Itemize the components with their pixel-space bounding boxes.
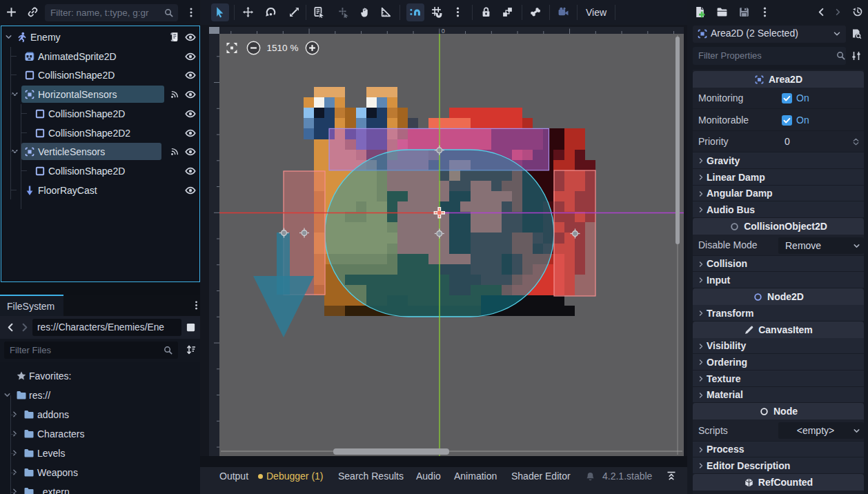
script-icon[interactable] — [169, 32, 179, 42]
expand-bottom-panel-icon[interactable] — [666, 471, 677, 482]
tab-filesystem[interactable]: FileSystem — [0, 295, 63, 316]
scene-node-row-enemy[interactable]: Enemy — [1, 28, 199, 47]
visibility-eye-icon[interactable] — [185, 166, 196, 177]
inspector-node-selector[interactable]: Area2D (2 Selected) — [693, 26, 846, 43]
scene-node-row-horizontalsensors[interactable]: HorizontalSensors — [1, 85, 199, 104]
scene-node-row-collisionshape2d[interactable]: CollisionShape2D — [1, 66, 199, 85]
scene-node-row-collisionshape2d[interactable]: CollisionShape2D — [1, 104, 199, 124]
folder-open-icon[interactable] — [716, 6, 728, 18]
history-icon[interactable] — [852, 6, 863, 17]
inspector-group-ordering[interactable]: Ordering — [693, 354, 864, 370]
dropdown-scripts[interactable]: <empty> — [778, 422, 864, 439]
inspector-group-editordescription[interactable]: Editor Description — [693, 457, 864, 474]
history-back-icon[interactable] — [816, 7, 827, 17]
file-item-row-res[interactable]: res:// — [0, 386, 200, 405]
bottom-tab-debugger[interactable]: Debugger (1) — [266, 467, 324, 485]
menu-dots-button[interactable] — [449, 3, 467, 21]
checkbox-checked[interactable] — [782, 93, 792, 103]
group-button[interactable] — [499, 3, 517, 21]
menu-dots-icon[interactable] — [759, 6, 771, 18]
scene-node-row-collisionshape2d2[interactable]: CollisionShape2D2 — [1, 124, 199, 143]
inspector-group-collision[interactable]: Collision — [693, 256, 864, 272]
nav-forward-icon[interactable] — [19, 322, 30, 333]
tool-scale-button[interactable] — [286, 3, 304, 21]
bottom-tab-animation[interactable]: Animation — [454, 467, 497, 485]
notification-bell-icon[interactable] — [585, 471, 595, 482]
viewport-2d[interactable]: 01510 % — [200, 25, 687, 456]
visibility-eye-icon[interactable] — [185, 51, 196, 62]
bottom-tab-searchresults[interactable]: Search Results — [338, 467, 404, 485]
tool-pivot-button[interactable] — [335, 3, 353, 21]
spinner-updown-icon[interactable] — [851, 137, 860, 146]
inspector-group-audiobus[interactable]: Audio Bus — [693, 201, 864, 218]
inspector-group-transform[interactable]: Transform — [693, 305, 864, 322]
visibility-eye-icon[interactable] — [185, 108, 196, 119]
filesystem-filter-input[interactable]: Filter Files — [4, 342, 178, 359]
inspector-group-lineardamp[interactable]: Linear Damp — [693, 169, 864, 186]
visibility-eye-icon[interactable] — [185, 70, 196, 81]
file-item-row-favorites[interactable]: Favorites: — [0, 366, 200, 386]
file-item-row-extern[interactable]: _extern — [0, 482, 200, 494]
bottom-tab-audio[interactable]: Audio — [416, 467, 441, 485]
signal-icon[interactable] — [170, 147, 179, 157]
dropdown-disablemode[interactable]: Remove — [778, 237, 864, 254]
tool-move-button[interactable] — [239, 3, 257, 21]
inspector-group-process[interactable]: Process — [693, 442, 864, 457]
tool-rotate-button[interactable] — [262, 3, 280, 21]
tool-list-select-button[interactable] — [310, 3, 328, 21]
bottom-splitter[interactable] — [200, 456, 687, 467]
scene-node-row-floorraycast[interactable]: FloorRayCast — [1, 181, 199, 200]
zoom-percent-label[interactable]: 1510 % — [267, 43, 299, 53]
visibility-eye-icon[interactable] — [185, 146, 196, 157]
checkbox-checked[interactable] — [782, 115, 792, 126]
bone-button[interactable] — [526, 3, 544, 21]
inspector-group-angulardamp[interactable]: Angular Damp — [693, 186, 864, 201]
tool-pan-button[interactable] — [357, 3, 375, 21]
visibility-eye-icon[interactable] — [185, 128, 196, 139]
nav-back-icon[interactable] — [6, 322, 16, 333]
file-item-row-weapons[interactable]: Weapons — [0, 463, 200, 482]
add-node-icon[interactable] — [6, 6, 17, 18]
view-menu-button[interactable]: View — [586, 3, 606, 21]
file-item-row-addons[interactable]: addons — [0, 405, 200, 424]
tool-ruler-button[interactable] — [377, 3, 395, 21]
lock-button[interactable] — [477, 3, 495, 21]
scene-node-row-collisionshape2d[interactable]: CollisionShape2D — [1, 161, 199, 181]
history-forward-icon[interactable] — [833, 7, 843, 17]
open-docs-button[interactable] — [849, 26, 864, 43]
inspector-group-gravity[interactable]: Gravity — [693, 152, 864, 169]
visibility-eye-icon[interactable] — [185, 89, 196, 100]
visibility-eye-icon[interactable] — [185, 185, 196, 196]
zoom-out-button[interactable] — [247, 41, 259, 54]
inspector-filter-input[interactable]: Filter Properties — [693, 47, 846, 65]
inspector-group-input[interactable]: Input — [693, 272, 864, 288]
toggle-split-mode-icon[interactable] — [186, 322, 196, 333]
save-icon[interactable] — [738, 6, 750, 18]
spin-value[interactable]: 0 — [785, 131, 790, 152]
snap-grid-button[interactable] — [428, 3, 446, 21]
expand-chevron-icon[interactable] — [10, 487, 19, 494]
bottom-tab-shadereditor[interactable]: Shader Editor — [511, 467, 571, 485]
file-item-row-characters[interactable]: Characters — [0, 424, 200, 444]
bottom-tab-output[interactable]: Output — [219, 467, 248, 485]
file-sort-icon[interactable] — [186, 344, 197, 355]
snap-magnet-button[interactable] — [406, 3, 424, 21]
file-plus-icon[interactable] — [694, 6, 706, 18]
zoom-in-button[interactable] — [306, 41, 318, 54]
visibility-eye-icon[interactable] — [185, 32, 196, 43]
inspector-group-texture[interactable]: Texture — [693, 370, 864, 387]
collapse-chevron-icon[interactable] — [4, 32, 13, 41]
scene-filter-input[interactable]: Filter: name, t:type, g:gr — [45, 4, 178, 21]
instance-scene-icon[interactable] — [27, 6, 39, 18]
file-item-row-levels[interactable]: Levels — [0, 444, 200, 463]
scene-node-row-verticlesensors[interactable]: VerticleSensors — [1, 142, 199, 161]
camera-button[interactable] — [555, 3, 573, 21]
inspector-extra-options-button[interactable] — [849, 47, 864, 65]
scene-node-row-animatedsprite2d[interactable]: AnimatedSprite2D — [1, 47, 199, 66]
inspector-group-material[interactable]: Material — [693, 387, 864, 403]
filesystem-path-field[interactable]: res://Characters/Enemies/Ene — [32, 319, 181, 336]
signal-icon[interactable] — [170, 90, 179, 99]
scene-menu-dots-icon[interactable] — [186, 7, 197, 18]
tool-select-button[interactable] — [211, 3, 229, 21]
inspector-group-visibility[interactable]: Visibility — [693, 338, 864, 354]
